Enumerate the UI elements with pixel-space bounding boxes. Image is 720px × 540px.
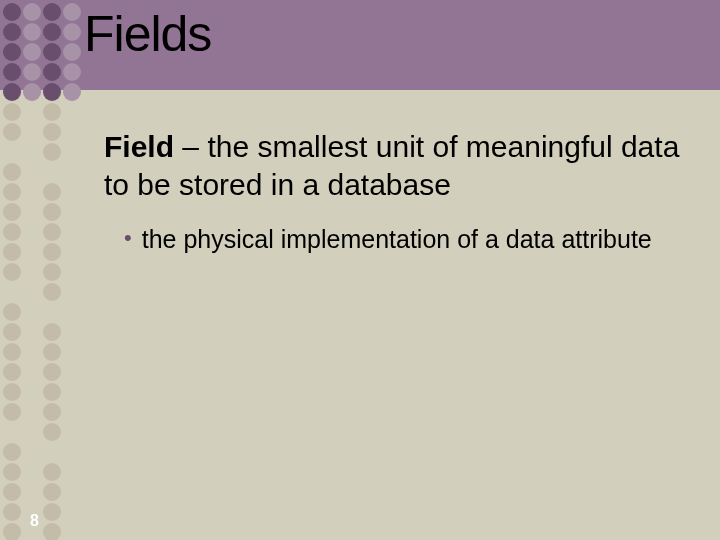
dot-icon (3, 223, 21, 241)
dot-icon (23, 483, 41, 501)
dot-icon (43, 503, 61, 521)
dot-icon (43, 483, 61, 501)
dot-icon (63, 343, 81, 361)
dot-icon (43, 323, 61, 341)
dot-icon (43, 263, 61, 281)
dot-icon (63, 443, 81, 461)
dot-icon (3, 383, 21, 401)
dot-icon (63, 263, 81, 281)
dot-icon (23, 123, 41, 141)
dot-icon (23, 243, 41, 261)
dot-icon (3, 463, 21, 481)
dot-icon (3, 123, 21, 141)
dot-icon (3, 243, 21, 261)
bullet-icon: • (124, 223, 132, 254)
dot-icon (3, 103, 21, 121)
dot-icon (43, 143, 61, 161)
dot-icon (23, 323, 41, 341)
dot-icon (63, 203, 81, 221)
dot-icon (23, 363, 41, 381)
dot-icon (63, 383, 81, 401)
dot-icon (43, 403, 61, 421)
dot-icon (3, 343, 21, 361)
dot-icon (3, 183, 21, 201)
dot-icon (63, 363, 81, 381)
dot-icon (63, 83, 81, 101)
dot-icon (23, 43, 41, 61)
dot-icon (63, 163, 81, 181)
dot-icon (63, 283, 81, 301)
dot-icon (23, 303, 41, 321)
dot-icon (43, 203, 61, 221)
dot-icon (3, 163, 21, 181)
dot-icon (43, 103, 61, 121)
dot-icon (43, 123, 61, 141)
dot-icon (3, 43, 21, 61)
dot-icon (23, 183, 41, 201)
dot-icon (23, 263, 41, 281)
dot-icon (43, 243, 61, 261)
content-area: Field – the smallest unit of meaningful … (104, 128, 690, 255)
dot-icon (43, 43, 61, 61)
dot-icon (43, 383, 61, 401)
dot-icon (3, 83, 21, 101)
dot-icon (23, 463, 41, 481)
dot-icon (43, 523, 61, 540)
dot-icon (3, 443, 21, 461)
dot-icon (63, 23, 81, 41)
bullet-text: the physical implementation of a data at… (142, 223, 652, 256)
dot-icon (63, 463, 81, 481)
dot-icon (3, 323, 21, 341)
dot-icon (23, 103, 41, 121)
dot-icon (23, 163, 41, 181)
dot-icon (3, 403, 21, 421)
dot-icon (43, 223, 61, 241)
dot-icon (3, 423, 21, 441)
dot-icon (63, 503, 81, 521)
dot-icon (63, 323, 81, 341)
dot-icon (43, 303, 61, 321)
dot-icon (3, 363, 21, 381)
dot-icon (3, 283, 21, 301)
definition-line: Field – the smallest unit of meaningful … (104, 128, 690, 205)
bullet-item: • the physical implementation of a data … (104, 223, 690, 256)
dot-icon (3, 143, 21, 161)
dot-icon (63, 223, 81, 241)
dot-icon (23, 143, 41, 161)
dot-icon (43, 463, 61, 481)
dot-icon (63, 43, 81, 61)
dot-icon (43, 23, 61, 41)
dot-icon (43, 443, 61, 461)
dot-icon (63, 303, 81, 321)
dot-icon (63, 183, 81, 201)
dot-icon (3, 203, 21, 221)
dot-icon (23, 203, 41, 221)
dot-icon (63, 483, 81, 501)
page-number: 8 (30, 512, 39, 530)
dot-icon (3, 303, 21, 321)
dot-icon (63, 243, 81, 261)
dot-icon (3, 523, 21, 540)
dot-icon (23, 223, 41, 241)
decorative-dots (2, 2, 82, 538)
dot-icon (63, 123, 81, 141)
dot-icon (3, 503, 21, 521)
dot-icon (43, 3, 61, 21)
dot-icon (63, 103, 81, 121)
dot-icon (23, 283, 41, 301)
dot-icon (23, 63, 41, 81)
dot-icon (3, 23, 21, 41)
dot-icon (23, 383, 41, 401)
dot-icon (63, 63, 81, 81)
dot-icon (43, 183, 61, 201)
dot-icon (43, 283, 61, 301)
dot-icon (63, 423, 81, 441)
definition-separator: – (174, 130, 207, 163)
dot-icon (23, 443, 41, 461)
dot-icon (63, 403, 81, 421)
dot-icon (43, 343, 61, 361)
dot-icon (23, 343, 41, 361)
dot-icon (3, 3, 21, 21)
dot-icon (3, 63, 21, 81)
dot-icon (63, 143, 81, 161)
